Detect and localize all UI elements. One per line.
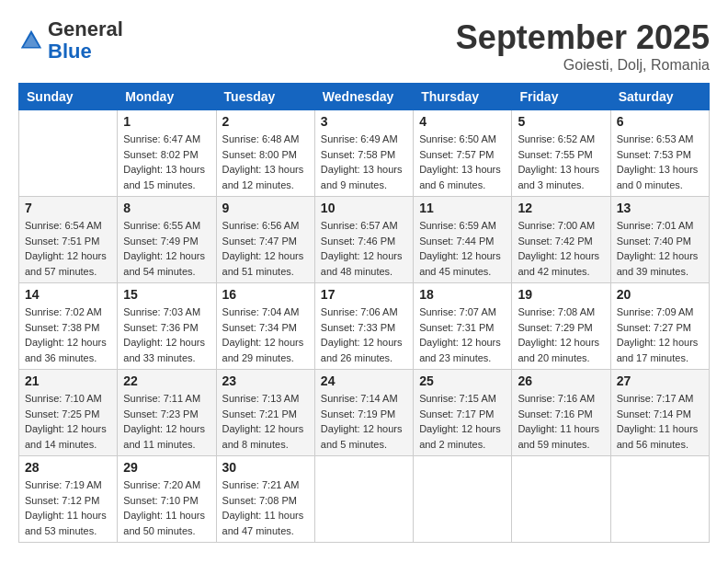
day-number: 30	[222, 460, 309, 475]
day-info: Sunrise: 7:14 AMSunset: 7:19 PMDaylight:…	[321, 391, 407, 452]
week-row-5: 28Sunrise: 7:19 AMSunset: 7:12 PMDayligh…	[19, 456, 710, 543]
calendar-cell: 8Sunrise: 6:55 AMSunset: 7:49 PMDaylight…	[118, 197, 216, 283]
day-number: 27	[617, 373, 703, 388]
day-info: Sunrise: 6:50 AMSunset: 7:57 PMDaylight:…	[419, 132, 506, 192]
calendar-cell	[414, 456, 512, 543]
calendar-cell: 6Sunrise: 6:53 AMSunset: 7:53 PMDaylight…	[610, 110, 709, 197]
week-row-1: 1Sunrise: 6:47 AMSunset: 8:02 PMDaylight…	[19, 110, 710, 197]
calendar-cell: 18Sunrise: 7:07 AMSunset: 7:31 PMDayligh…	[414, 283, 512, 370]
weekday-header-tuesday: Tuesday	[216, 84, 314, 110]
calendar-cell: 22Sunrise: 7:11 AMSunset: 7:23 PMDayligh…	[118, 370, 216, 456]
logo-blue: Blue	[48, 40, 92, 63]
calendar-cell: 15Sunrise: 7:03 AMSunset: 7:36 PMDayligh…	[118, 283, 216, 370]
calendar-cell: 23Sunrise: 7:13 AMSunset: 7:21 PMDayligh…	[216, 370, 314, 456]
calendar-cell: 12Sunrise: 7:00 AMSunset: 7:42 PMDayligh…	[512, 197, 610, 283]
weekday-header-monday: Monday	[118, 84, 216, 110]
location: Goiesti, Dolj, Romania	[456, 57, 710, 74]
calendar-cell: 16Sunrise: 7:04 AMSunset: 7:34 PMDayligh…	[216, 283, 314, 370]
day-number: 15	[123, 287, 210, 302]
day-info: Sunrise: 7:03 AMSunset: 7:36 PMDaylight:…	[123, 304, 210, 365]
day-number: 23	[222, 373, 309, 388]
calendar-cell	[19, 110, 118, 197]
calendar-cell: 26Sunrise: 7:16 AMSunset: 7:16 PMDayligh…	[512, 370, 610, 456]
day-number: 28	[25, 460, 111, 475]
day-number: 18	[419, 287, 506, 302]
logo-icon	[18, 28, 44, 53]
weekday-header-thursday: Thursday	[414, 84, 512, 110]
day-number: 11	[419, 201, 506, 215]
day-number: 21	[25, 373, 111, 388]
day-info: Sunrise: 6:52 AMSunset: 7:55 PMDaylight:…	[518, 132, 604, 192]
calendar-cell: 1Sunrise: 6:47 AMSunset: 8:02 PMDaylight…	[118, 110, 216, 197]
day-info: Sunrise: 6:56 AMSunset: 7:47 PMDaylight:…	[222, 218, 309, 279]
day-info: Sunrise: 7:02 AMSunset: 7:38 PMDaylight:…	[25, 304, 111, 365]
weekday-header-sunday: Sunday	[19, 84, 118, 110]
day-info: Sunrise: 7:01 AMSunset: 7:40 PMDaylight:…	[617, 218, 703, 279]
logo-general: General	[48, 17, 123, 40]
calendar-cell: 10Sunrise: 6:57 AMSunset: 7:46 PMDayligh…	[314, 197, 413, 283]
day-info: Sunrise: 7:11 AMSunset: 7:23 PMDaylight:…	[123, 391, 210, 452]
calendar-cell: 11Sunrise: 6:59 AMSunset: 7:44 PMDayligh…	[414, 197, 512, 283]
calendar-cell: 19Sunrise: 7:08 AMSunset: 7:29 PMDayligh…	[512, 283, 610, 370]
calendar-cell: 2Sunrise: 6:48 AMSunset: 8:00 PMDaylight…	[216, 110, 314, 197]
day-number: 3	[321, 114, 407, 129]
calendar-cell: 25Sunrise: 7:15 AMSunset: 7:17 PMDayligh…	[414, 370, 512, 456]
logo: General Blue	[18, 18, 123, 63]
day-number: 16	[222, 287, 309, 302]
day-number: 20	[617, 287, 703, 302]
calendar-cell	[610, 456, 709, 543]
day-number: 22	[123, 373, 210, 388]
day-number: 12	[518, 201, 604, 215]
week-row-2: 7Sunrise: 6:54 AMSunset: 7:51 PMDaylight…	[19, 197, 710, 283]
day-number: 29	[123, 460, 210, 475]
day-info: Sunrise: 6:57 AMSunset: 7:46 PMDaylight:…	[321, 218, 407, 279]
weekday-header-friday: Friday	[512, 84, 610, 110]
weekday-header-wednesday: Wednesday	[314, 84, 413, 110]
day-info: Sunrise: 7:04 AMSunset: 7:34 PMDaylight:…	[222, 304, 309, 365]
day-number: 1	[123, 114, 210, 129]
page-header: General Blue September 2025 Goiesti, Dol…	[18, 18, 710, 74]
day-info: Sunrise: 7:20 AMSunset: 7:10 PMDaylight:…	[123, 477, 210, 538]
day-number: 19	[518, 287, 604, 302]
calendar-cell	[512, 456, 610, 543]
day-info: Sunrise: 6:55 AMSunset: 7:49 PMDaylight:…	[123, 218, 210, 279]
week-row-4: 21Sunrise: 7:10 AMSunset: 7:25 PMDayligh…	[19, 370, 710, 456]
day-info: Sunrise: 7:06 AMSunset: 7:33 PMDaylight:…	[321, 304, 407, 365]
calendar-cell: 7Sunrise: 6:54 AMSunset: 7:51 PMDaylight…	[19, 197, 118, 283]
day-number: 17	[321, 287, 407, 302]
day-info: Sunrise: 7:21 AMSunset: 7:08 PMDaylight:…	[222, 477, 309, 538]
calendar-cell: 5Sunrise: 6:52 AMSunset: 7:55 PMDaylight…	[512, 110, 610, 197]
day-number: 8	[123, 201, 210, 215]
calendar-cell: 21Sunrise: 7:10 AMSunset: 7:25 PMDayligh…	[19, 370, 118, 456]
month-title: September 2025	[456, 18, 710, 57]
day-info: Sunrise: 6:59 AMSunset: 7:44 PMDaylight:…	[419, 218, 506, 279]
calendar-cell: 9Sunrise: 6:56 AMSunset: 7:47 PMDaylight…	[216, 197, 314, 283]
day-info: Sunrise: 7:08 AMSunset: 7:29 PMDaylight:…	[518, 304, 604, 365]
day-info: Sunrise: 7:00 AMSunset: 7:42 PMDaylight:…	[518, 218, 604, 279]
day-info: Sunrise: 7:10 AMSunset: 7:25 PMDaylight:…	[25, 391, 111, 452]
calendar-cell: 28Sunrise: 7:19 AMSunset: 7:12 PMDayligh…	[19, 456, 118, 543]
day-number: 2	[222, 114, 309, 129]
weekday-header-row: SundayMondayTuesdayWednesdayThursdayFrid…	[19, 84, 710, 110]
day-info: Sunrise: 7:13 AMSunset: 7:21 PMDaylight:…	[222, 391, 309, 452]
day-number: 7	[25, 201, 111, 215]
day-info: Sunrise: 7:19 AMSunset: 7:12 PMDaylight:…	[25, 477, 111, 538]
day-number: 13	[617, 201, 703, 215]
day-info: Sunrise: 6:54 AMSunset: 7:51 PMDaylight:…	[25, 218, 111, 279]
calendar-cell: 27Sunrise: 7:17 AMSunset: 7:14 PMDayligh…	[610, 370, 709, 456]
weekday-header-saturday: Saturday	[610, 84, 709, 110]
calendar-cell: 4Sunrise: 6:50 AMSunset: 7:57 PMDaylight…	[414, 110, 512, 197]
day-info: Sunrise: 7:09 AMSunset: 7:27 PMDaylight:…	[617, 304, 703, 365]
day-info: Sunrise: 6:53 AMSunset: 7:53 PMDaylight:…	[617, 132, 703, 192]
day-number: 6	[617, 114, 703, 129]
calendar-cell: 13Sunrise: 7:01 AMSunset: 7:40 PMDayligh…	[610, 197, 709, 283]
calendar-cell	[314, 456, 413, 543]
day-number: 5	[518, 114, 604, 129]
title-block: September 2025 Goiesti, Dolj, Romania	[456, 18, 710, 74]
calendar-cell: 20Sunrise: 7:09 AMSunset: 7:27 PMDayligh…	[610, 283, 709, 370]
day-info: Sunrise: 7:16 AMSunset: 7:16 PMDaylight:…	[518, 391, 604, 452]
day-info: Sunrise: 6:48 AMSunset: 8:00 PMDaylight:…	[222, 132, 309, 192]
week-row-3: 14Sunrise: 7:02 AMSunset: 7:38 PMDayligh…	[19, 283, 710, 370]
calendar-cell: 30Sunrise: 7:21 AMSunset: 7:08 PMDayligh…	[216, 456, 314, 543]
calendar-cell: 14Sunrise: 7:02 AMSunset: 7:38 PMDayligh…	[19, 283, 118, 370]
